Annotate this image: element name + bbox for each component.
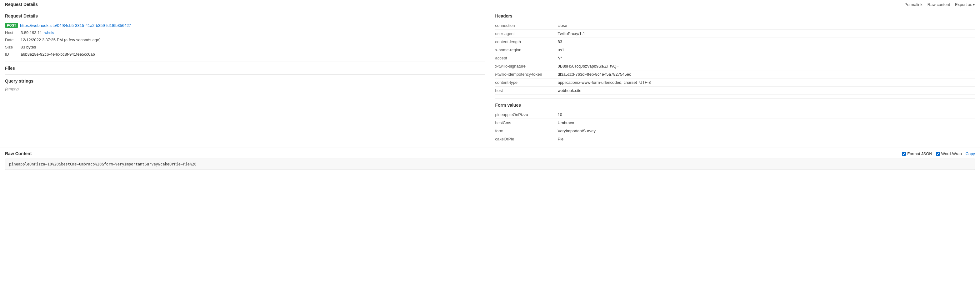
export-as-label: Export as <box>955 2 972 7</box>
chevron-down-icon: ▾ <box>973 2 975 7</box>
export-as-button[interactable]: Export as ▾ <box>955 2 975 7</box>
form-value: 10 <box>558 111 975 119</box>
method-badge: POST <box>5 23 18 28</box>
host-row: Host 3.89.193.11 whois <box>5 29 485 36</box>
files-section: Files <box>5 66 485 71</box>
form-values-section: Form values pineappleOnPizza 10 bestCms … <box>495 102 975 143</box>
copy-link[interactable]: Copy <box>966 152 975 156</box>
divider-3 <box>495 99 975 99</box>
raw-content-options: Format JSON Word-Wrap Copy <box>902 152 975 156</box>
permalink-link[interactable]: Permalink <box>904 2 923 7</box>
header-value: webhook.site <box>558 87 975 95</box>
header-key: content-type <box>495 78 558 87</box>
right-panel: Headers connection close user-agent Twil… <box>490 9 980 148</box>
id-row: ID a6b3e28e-92c6-4e4c-bc8f-941fee5cc6ab <box>5 51 485 58</box>
top-bar: Request Details Permalink Raw content Ex… <box>0 0 980 9</box>
form-value-row: form VeryImportantSurvey <box>495 127 975 135</box>
form-value-row: cakeOrPie Pie <box>495 135 975 143</box>
raw-content-section: Raw Content Format JSON Word-Wrap Copy p… <box>0 148 980 173</box>
form-key: pineappleOnPizza <box>495 111 558 119</box>
raw-content-title: Raw Content <box>5 151 32 156</box>
header-value: 83 <box>558 38 975 46</box>
header-value: application/x-www-form-urlencoded; chars… <box>558 78 975 87</box>
size-row: Size 83 bytes <box>5 43 485 51</box>
form-value-row: bestCms Umbraco <box>495 119 975 127</box>
date-label: Date <box>5 36 21 43</box>
header-value: TwilioProxy/1.1 <box>558 30 975 38</box>
query-strings-section: Query strings (empty) <box>5 78 485 91</box>
method-url-row: POST https://webhook.site/04f84cb5-3315-… <box>5 22 485 29</box>
header-row: host webhook.site <box>495 87 975 95</box>
form-value: Umbraco <box>558 119 975 127</box>
header-value: 0B8sH56TcqJbzVapb9Ss/Zi+tvQ= <box>558 62 975 70</box>
host-value-cell: 3.89.193.11 whois <box>21 29 485 36</box>
headers-section-title: Headers <box>495 13 975 18</box>
format-json-text: Format JSON <box>907 152 932 156</box>
left-panel: Request Details POST https://webhook.sit… <box>0 9 490 148</box>
main-layout: Request Details POST https://webhook.sit… <box>0 9 980 148</box>
date-row: Date 12/12/2022 3:37:35 PM (a few second… <box>5 36 485 43</box>
format-json-checkbox[interactable] <box>902 152 906 156</box>
request-details-title: Request Details <box>5 2 38 7</box>
form-key: cakeOrPie <box>495 135 558 143</box>
top-bar-actions: Permalink Raw content Export as ▾ <box>904 2 975 7</box>
header-value: df3a5cc3-763d-4feb-8c4e-f5a7827545ec <box>558 70 975 78</box>
headers-table: connection close user-agent TwilioProxy/… <box>495 22 975 95</box>
raw-content-link[interactable]: Raw content <box>928 2 950 7</box>
header-row: content-length 83 <box>495 38 975 46</box>
host-value: 3.89.193.11 <box>21 30 42 35</box>
form-value: VeryImportantSurvey <box>558 127 975 135</box>
header-key: host <box>495 87 558 95</box>
header-key: connection <box>495 22 558 30</box>
id-label: ID <box>5 51 21 58</box>
request-details-table: Host 3.89.193.11 whois Date 12/12/2022 3… <box>5 29 485 58</box>
request-url[interactable]: https://webhook.site/04f84cb5-3315-41a2-… <box>20 23 131 28</box>
header-row: x-home-region us1 <box>495 46 975 54</box>
raw-content-box: pineappleOnPizza=10%20&bestCms=Umbraco%2… <box>5 159 975 170</box>
header-row: content-type application/x-www-form-urle… <box>495 78 975 87</box>
divider-1 <box>5 62 485 62</box>
header-row: user-agent TwilioProxy/1.1 <box>495 30 975 38</box>
form-key: form <box>495 127 558 135</box>
query-strings-title: Query strings <box>5 78 485 83</box>
header-value: close <box>558 22 975 30</box>
files-title: Files <box>5 66 485 71</box>
date-value: 12/12/2022 3:37:35 PM (a few seconds ago… <box>21 36 485 43</box>
header-row: x-twilio-signature 0B8sH56TcqJbzVapb9Ss/… <box>495 62 975 70</box>
form-values-table: pineappleOnPizza 10 bestCms Umbraco form… <box>495 111 975 143</box>
header-key: x-twilio-signature <box>495 62 558 70</box>
form-values-title: Form values <box>495 102 975 108</box>
header-row: accept */* <box>495 54 975 62</box>
form-key: bestCms <box>495 119 558 127</box>
format-json-label[interactable]: Format JSON <box>902 152 932 156</box>
header-key: accept <box>495 54 558 62</box>
header-key: content-length <box>495 38 558 46</box>
header-value: us1 <box>558 46 975 54</box>
header-row: connection close <box>495 22 975 30</box>
word-wrap-text: Word-Wrap <box>941 152 962 156</box>
header-value: */* <box>558 54 975 62</box>
header-key: i-twilio-idempotency-token <box>495 70 558 78</box>
word-wrap-checkbox[interactable] <box>936 152 940 156</box>
whois-link[interactable]: whois <box>45 31 54 35</box>
form-value: Pie <box>558 135 975 143</box>
header-row: i-twilio-idempotency-token df3a5cc3-763d… <box>495 70 975 78</box>
word-wrap-label[interactable]: Word-Wrap <box>936 152 962 156</box>
form-value-row: pineappleOnPizza 10 <box>495 111 975 119</box>
query-strings-empty: (empty) <box>5 87 485 91</box>
header-key: user-agent <box>495 30 558 38</box>
host-label: Host <box>5 29 21 36</box>
header-key: x-home-region <box>495 46 558 54</box>
id-value: a6b3e28e-92c6-4e4c-bc8f-941fee5cc6ab <box>21 51 485 58</box>
size-label: Size <box>5 43 21 51</box>
request-details-section-title: Request Details <box>5 13 485 18</box>
raw-content-header: Raw Content Format JSON Word-Wrap Copy <box>5 151 975 156</box>
size-value: 83 bytes <box>21 43 485 51</box>
